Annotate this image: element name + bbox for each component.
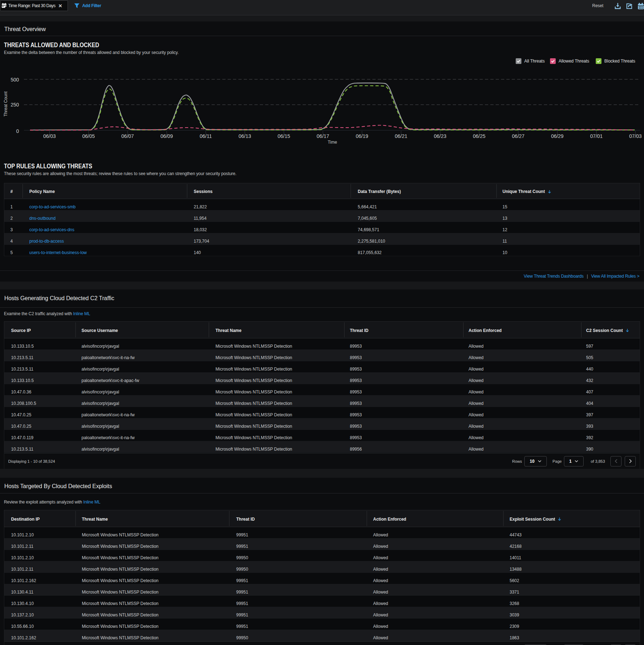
svg-text:Threat Count: Threat Count bbox=[3, 91, 8, 116]
svg-text:06/27: 06/27 bbox=[512, 133, 525, 139]
svg-text:06/23: 06/23 bbox=[434, 133, 446, 139]
svg-text:06/07: 06/07 bbox=[122, 133, 134, 139]
svg-text:500: 500 bbox=[11, 77, 19, 83]
svg-text:06/15: 06/15 bbox=[278, 133, 290, 139]
svg-text:06/11: 06/11 bbox=[200, 133, 212, 139]
svg-text:06/25: 06/25 bbox=[473, 133, 485, 139]
svg-text:06/05: 06/05 bbox=[82, 133, 95, 139]
svg-text:250: 250 bbox=[11, 102, 19, 108]
svg-text:06/21: 06/21 bbox=[395, 133, 407, 139]
svg-text:06/19: 06/19 bbox=[356, 133, 368, 139]
svg-text:06/17: 06/17 bbox=[317, 133, 329, 139]
svg-text:Time: Time bbox=[328, 140, 337, 145]
svg-text:06/09: 06/09 bbox=[160, 133, 173, 139]
svg-text:07/01: 07/01 bbox=[590, 133, 603, 139]
svg-text:06/13: 06/13 bbox=[238, 133, 251, 139]
svg-text:06/29: 06/29 bbox=[551, 133, 564, 139]
svg-text:0: 0 bbox=[16, 128, 19, 134]
svg-text:07/03: 07/03 bbox=[629, 133, 641, 139]
svg-text:06/03: 06/03 bbox=[43, 133, 56, 139]
